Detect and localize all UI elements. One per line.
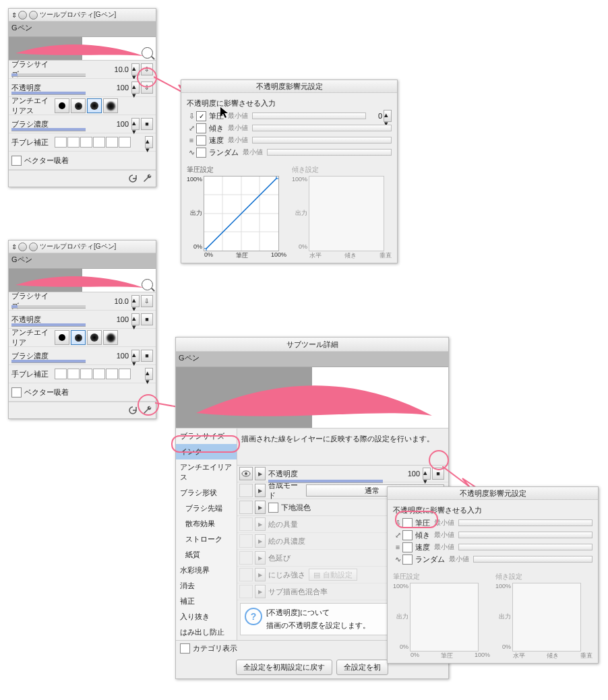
expand-icon[interactable]: ▶ bbox=[255, 484, 266, 497]
expand-icon[interactable]: ▶ bbox=[255, 467, 266, 480]
expand-icon[interactable]: ▶ bbox=[255, 517, 266, 531]
cat-aa[interactable]: アンチエイリアス bbox=[176, 459, 237, 485]
value-density[interactable]: 100 bbox=[106, 352, 130, 360]
stabil-step[interactable] bbox=[93, 137, 105, 148]
stabil-step[interactable] bbox=[55, 137, 67, 148]
cat-brush-size[interactable]: ブラシサイズ bbox=[176, 428, 237, 444]
min-slider[interactable] bbox=[458, 544, 592, 550]
aa-option-1[interactable] bbox=[55, 330, 69, 345]
eye-icon[interactable] bbox=[239, 467, 253, 480]
checkbox-random[interactable] bbox=[402, 554, 413, 565]
pressure-curve[interactable] bbox=[410, 583, 479, 651]
register-all-button[interactable]: 全設定を初 bbox=[336, 660, 388, 675]
spinner[interactable]: ▴▾ bbox=[131, 118, 140, 130]
opacity-dynamics-button[interactable]: ⇩ bbox=[141, 82, 153, 94]
min-slider[interactable] bbox=[458, 532, 592, 538]
spinner[interactable]: ▴▾ bbox=[131, 82, 140, 94]
checkbox-pressure[interactable] bbox=[402, 518, 413, 528]
spinner[interactable]: ▴▾ bbox=[131, 350, 140, 362]
magnify-icon[interactable] bbox=[142, 279, 153, 290]
dynamics-button[interactable]: ■ bbox=[141, 118, 153, 130]
tilt-curve[interactable] bbox=[309, 176, 384, 251]
cat-correction[interactable]: 補正 bbox=[176, 594, 237, 609]
dynamics-button[interactable]: ⇩ bbox=[141, 63, 153, 75]
stabil-step[interactable] bbox=[55, 369, 67, 379]
cat-shape[interactable]: ブラシ形状 bbox=[176, 485, 237, 501]
expand-icon[interactable]: ▶ bbox=[255, 551, 266, 565]
value-opacity[interactable]: 100 bbox=[397, 470, 421, 478]
min-slider[interactable] bbox=[458, 519, 592, 526]
reset-icon[interactable] bbox=[127, 173, 138, 184]
opacity-dynamics-button-detail[interactable]: ■ bbox=[432, 468, 444, 480]
pressure-curve[interactable] bbox=[204, 176, 279, 251]
wrench-icon[interactable] bbox=[142, 173, 153, 184]
aa-option-3[interactable] bbox=[87, 98, 102, 113]
dynamics-button[interactable]: ■ bbox=[141, 350, 153, 362]
eye-icon[interactable] bbox=[239, 534, 253, 548]
cat-inout[interactable]: 入り抜き bbox=[176, 609, 237, 625]
subtool-title[interactable]: サブツール詳細 bbox=[176, 338, 448, 352]
eye-icon[interactable] bbox=[239, 517, 253, 531]
min-slider[interactable] bbox=[252, 113, 366, 119]
min-value[interactable]: 0 bbox=[369, 112, 382, 120]
close-icon[interactable] bbox=[18, 11, 27, 20]
expand-icon[interactable]: ▶ bbox=[255, 568, 266, 581]
stabil-step[interactable] bbox=[119, 137, 131, 148]
stabil-step[interactable] bbox=[67, 137, 80, 148]
stabil-step[interactable] bbox=[80, 369, 92, 379]
value-density[interactable]: 100 bbox=[106, 120, 130, 128]
cat-erase[interactable]: 消去 bbox=[176, 578, 237, 594]
cat-tip[interactable]: ブラシ先端 bbox=[176, 501, 237, 516]
dynamics-button[interactable]: ■ bbox=[141, 313, 153, 325]
cat-stroke[interactable]: ストローク bbox=[176, 532, 237, 547]
eye-icon[interactable] bbox=[239, 568, 253, 581]
cat-watercolor[interactable]: 水彩境界 bbox=[176, 563, 237, 578]
value-brush-size[interactable]: 10.0 bbox=[106, 65, 130, 73]
aa-option-2[interactable] bbox=[71, 98, 86, 113]
spinner[interactable]: ▴▾ bbox=[145, 368, 153, 380]
minimize-icon[interactable] bbox=[29, 243, 38, 251]
aa-option-4[interactable] bbox=[103, 330, 118, 345]
spinner[interactable]: ▴▾ bbox=[131, 63, 140, 75]
eye-icon[interactable] bbox=[239, 484, 253, 497]
checkbox-vector[interactable] bbox=[11, 387, 22, 397]
stabil-step[interactable] bbox=[67, 369, 80, 379]
checkbox-speed[interactable] bbox=[402, 542, 413, 552]
reset-all-button[interactable]: 全設定を初期設定に戻す bbox=[236, 660, 332, 675]
spinner[interactable]: ▴▾ bbox=[131, 295, 140, 307]
checkbox-speed[interactable] bbox=[196, 135, 206, 146]
aa-option-4[interactable] bbox=[103, 98, 118, 113]
spinner[interactable]: ▴▾ bbox=[384, 110, 392, 122]
eye-icon[interactable] bbox=[239, 551, 253, 565]
reset-icon[interactable] bbox=[127, 405, 138, 416]
cat-texture[interactable]: 紙質 bbox=[176, 547, 237, 563]
stabil-step[interactable] bbox=[106, 369, 118, 379]
spinner[interactable]: ▴▾ bbox=[131, 313, 140, 325]
minimize-icon[interactable] bbox=[29, 11, 38, 20]
value-opacity[interactable]: 100 bbox=[106, 84, 130, 92]
min-slider[interactable] bbox=[252, 125, 392, 131]
titlebar[interactable]: ⇕ ツールプロパティ[Gペン] bbox=[9, 9, 156, 22]
wrench-icon[interactable] bbox=[142, 405, 153, 416]
checkbox-tilt[interactable] bbox=[196, 123, 206, 133]
expand-icon[interactable]: ▶ bbox=[255, 501, 266, 514]
min-slider[interactable] bbox=[473, 556, 592, 563]
aa-option-3[interactable] bbox=[87, 330, 102, 345]
eye-icon[interactable] bbox=[239, 585, 253, 598]
aa-option-2[interactable] bbox=[71, 330, 86, 345]
checkbox-ground[interactable] bbox=[268, 503, 278, 513]
stabil-step[interactable] bbox=[80, 137, 92, 148]
titlebar[interactable]: ⇕ ツールプロパティ[Gペン] bbox=[9, 241, 156, 253]
min-slider[interactable] bbox=[267, 149, 392, 156]
spinner[interactable]: ▴▾ bbox=[145, 136, 153, 148]
min-slider[interactable] bbox=[252, 137, 392, 144]
magnify-icon[interactable] bbox=[142, 47, 153, 59]
stabil-step[interactable] bbox=[106, 137, 118, 148]
checkbox-vector[interactable] bbox=[11, 156, 22, 166]
dynamics-button[interactable]: ⇩ bbox=[141, 295, 153, 307]
expand-icon[interactable]: ▶ bbox=[255, 585, 266, 598]
aa-option-1[interactable] bbox=[55, 98, 69, 113]
cat-scatter[interactable]: 散布効果 bbox=[176, 516, 237, 532]
tilt-curve[interactable] bbox=[512, 583, 581, 651]
checkbox-tilt[interactable] bbox=[402, 530, 413, 540]
